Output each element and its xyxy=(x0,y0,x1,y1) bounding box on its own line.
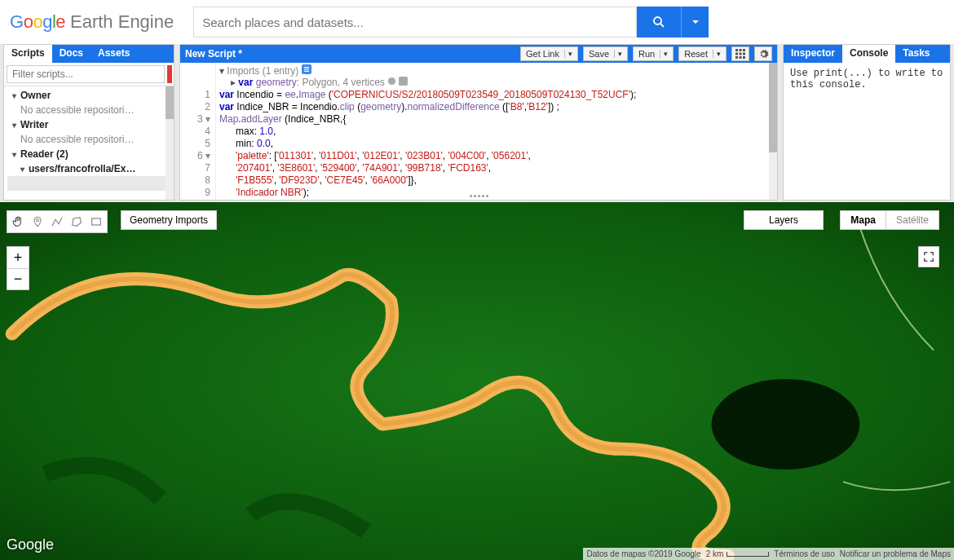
search-input[interactable] xyxy=(193,7,637,37)
console-panel: Inspector Console Tasks Use print(...) t… xyxy=(783,44,951,201)
svg-rect-14 xyxy=(304,71,309,72)
chevron-down-icon xyxy=(691,18,700,26)
console-output: Use print(...) to write to this console. xyxy=(784,63,950,200)
svg-point-20 xyxy=(37,219,39,222)
search-wrap xyxy=(193,7,709,37)
svg-rect-5 xyxy=(735,53,738,55)
editor-toolbar: New Script * Get Link Save Run Reset xyxy=(180,45,777,63)
panel-resize-grip[interactable] xyxy=(462,195,495,200)
zoom-controls: + − xyxy=(7,246,29,290)
tab-tasks[interactable]: Tasks xyxy=(895,45,937,63)
geometry-imports-button[interactable]: Geometry Imports xyxy=(121,210,217,230)
svg-point-19 xyxy=(712,379,860,470)
tree-entry[interactable] xyxy=(7,176,170,191)
svg-rect-21 xyxy=(92,218,101,225)
fullscreen-icon xyxy=(923,251,934,262)
zoom-out-button[interactable]: − xyxy=(7,268,29,289)
new-script-indicator[interactable] xyxy=(167,65,172,83)
tree-writer[interactable]: Writer xyxy=(7,117,170,132)
polygon-tool[interactable] xyxy=(68,213,86,231)
tree-owner[interactable]: Owner xyxy=(7,88,170,103)
search-icon xyxy=(651,15,666,29)
geom-delete-icon[interactable] xyxy=(399,77,408,86)
settings-button[interactable] xyxy=(754,46,772,61)
search-button[interactable] xyxy=(637,7,681,37)
save-button[interactable]: Save xyxy=(583,46,628,61)
map-footer-logo: Google xyxy=(7,536,54,553)
run-button[interactable]: Run xyxy=(633,46,674,61)
svg-rect-6 xyxy=(740,53,742,55)
maptype-map[interactable]: Mapa xyxy=(841,211,886,229)
panels-row: Scripts Docs Assets Owner No accessible … xyxy=(0,44,954,202)
layers-button[interactable]: Layers xyxy=(744,210,824,230)
getlink-button[interactable]: Get Link xyxy=(520,46,578,61)
svg-rect-8 xyxy=(735,56,738,59)
left-tabs: Scripts Docs Assets xyxy=(4,45,174,63)
svg-rect-3 xyxy=(740,49,742,51)
svg-rect-12 xyxy=(304,67,309,68)
geom-settings-icon[interactable] xyxy=(387,77,396,86)
imports-header: Imports (1 entry) xyxy=(227,65,298,77)
tab-console[interactable]: Console xyxy=(842,45,895,63)
line-icon xyxy=(51,215,64,228)
svg-rect-16 xyxy=(399,77,408,86)
scripts-tree: Owner No accessible repositori… Writer N… xyxy=(4,86,174,200)
code-editor[interactable]: 123 ▾456 ▾789 ▾ Imports (1 entry) ▸ var … xyxy=(180,63,777,200)
map-attribution: Datos de mapas ©2019 Google 2 km Término… xyxy=(583,548,954,560)
svg-rect-10 xyxy=(743,56,745,59)
code-content[interactable]: ▾ Imports (1 entry) ▸ var geometry: Poly… xyxy=(216,63,777,200)
imports-icon xyxy=(302,64,311,74)
line-tool[interactable] xyxy=(48,213,66,231)
map-type-toggle: Mapa Satélite xyxy=(840,210,939,230)
tree-user-repo[interactable]: users/francofrolla/Ex… xyxy=(7,161,170,176)
zoom-in-button[interactable]: + xyxy=(7,247,29,268)
svg-line-1 xyxy=(660,24,664,27)
tree-reader[interactable]: Reader (2) xyxy=(7,147,170,161)
attrib-report[interactable]: Notificar un problema de Maps xyxy=(840,549,951,558)
tab-scripts[interactable]: Scripts xyxy=(4,45,52,63)
grid-icon xyxy=(735,49,745,59)
search-dropdown[interactable] xyxy=(681,7,709,37)
svg-rect-7 xyxy=(743,53,745,55)
filter-scripts-input[interactable] xyxy=(7,65,165,83)
scripts-panel: Scripts Docs Assets Owner No accessible … xyxy=(3,44,174,201)
svg-rect-13 xyxy=(304,68,309,69)
rectangle-tool[interactable] xyxy=(87,213,105,231)
fullscreen-button[interactable] xyxy=(918,246,939,267)
tree-writer-empty: No accessible repositori… xyxy=(7,132,170,147)
right-tabs: Inspector Console Tasks xyxy=(784,45,950,63)
map-viewport[interactable]: Geometry Imports Layers Mapa Satélite + … xyxy=(0,202,954,560)
maptype-satellite[interactable]: Satélite xyxy=(886,211,939,229)
attrib-data: Datos de mapas ©2019 Google xyxy=(586,549,700,558)
tab-assets[interactable]: Assets xyxy=(91,45,137,63)
google-logo: Google xyxy=(10,11,65,33)
svg-rect-4 xyxy=(743,49,745,51)
line-gutter: 123 ▾456 ▾789 xyxy=(180,63,216,200)
tree-scrollbar[interactable] xyxy=(166,86,174,200)
editor-panel: New Script * Get Link Save Run Reset 123… xyxy=(179,44,778,201)
svg-rect-18 xyxy=(0,202,954,560)
script-title: New Script * xyxy=(185,48,515,60)
svg-rect-9 xyxy=(740,56,742,59)
scale-bar: 2 km xyxy=(706,549,770,558)
marker-tool[interactable] xyxy=(29,213,46,231)
logo: Google Earth Engine xyxy=(10,11,174,33)
apps-button[interactable] xyxy=(731,46,749,61)
svg-point-0 xyxy=(654,17,661,24)
top-bar: Google Earth Engine xyxy=(0,0,954,44)
svg-point-15 xyxy=(388,77,395,85)
reset-button[interactable]: Reset xyxy=(678,46,727,61)
tab-inspector[interactable]: Inspector xyxy=(784,45,842,63)
pan-tool[interactable] xyxy=(9,213,27,231)
product-name: Earth Engine xyxy=(70,11,174,33)
gear-icon xyxy=(758,49,769,60)
attrib-terms[interactable]: Términos de uso xyxy=(774,549,834,558)
tree-owner-empty: No accessible repositori… xyxy=(7,103,170,117)
rectangle-icon xyxy=(90,215,103,228)
polygon-icon xyxy=(70,215,83,228)
editor-scrollbar[interactable] xyxy=(769,63,777,200)
tab-docs[interactable]: Docs xyxy=(52,45,91,63)
filter-row xyxy=(4,63,174,86)
hand-icon xyxy=(11,215,24,228)
draw-toolbar xyxy=(7,210,108,233)
